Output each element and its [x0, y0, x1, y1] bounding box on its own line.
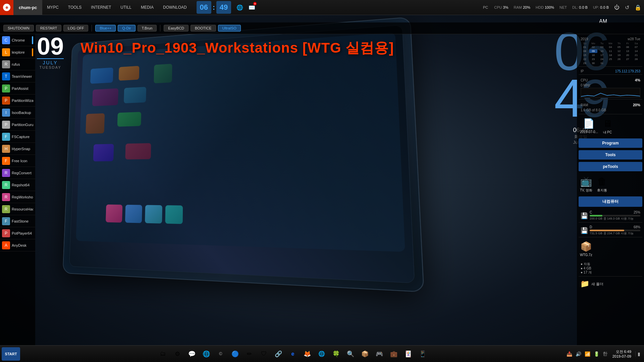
logo-button[interactable]: ⊕: [0, 0, 13, 15]
sidebar-item-regshot64[interactable]: RRegshot64: [0, 179, 35, 191]
tab-ultraiso[interactable]: UltraISO: [218, 25, 241, 32]
rp-icon-wtg[interactable]: 📦 WTG.7z: [579, 240, 594, 258]
sidebar-item-partitionwizard[interactable]: PPartitionWizard: [0, 95, 35, 107]
taskbar-browser1[interactable]: 🌐: [200, 347, 213, 361]
cal-day-05[interactable]: 05: [615, 45, 623, 49]
rp-icon-recycle[interactable]: 🗑 휴지통: [596, 175, 608, 194]
refresh-icon[interactable]: ↺: [622, 0, 632, 15]
cal-day-24[interactable]: 24: [598, 57, 606, 61]
taskbar-chat[interactable]: 💬: [185, 347, 199, 361]
tab-tbrun[interactable]: T.Brun: [138, 25, 157, 32]
nav-download[interactable]: DOWNLOAD: [158, 0, 192, 15]
cal-day-25[interactable]: 25: [606, 57, 615, 61]
taskbar-briefcase[interactable]: 💼: [387, 347, 400, 361]
sidebar-item-chrome[interactable]: CChrome: [0, 34, 35, 46]
taskbar-mobile[interactable]: 📱: [416, 347, 429, 361]
cal-day-09[interactable]: 09: [589, 49, 598, 53]
restart-btn[interactable]: RESTART: [36, 25, 61, 32]
cal-day-01[interactable]: 01: [581, 45, 589, 49]
tab-qdir[interactable]: Q-Dir: [118, 25, 135, 32]
cal-day-15[interactable]: 15: [581, 53, 589, 57]
tab-easybcd[interactable]: EasyBCD: [164, 25, 189, 32]
nav-internet[interactable]: INTERNET: [86, 0, 116, 15]
power-icon[interactable]: ⏻: [611, 0, 622, 15]
nav-media[interactable]: MEDIA: [136, 0, 158, 15]
cal-day-31[interactable]: 31: [598, 61, 606, 65]
rp-new-folder[interactable]: 📁 새 폴더: [579, 278, 642, 290]
show-desktop-btn[interactable]: ▮: [635, 351, 642, 357]
sidebar-item-regworkshop[interactable]: RRegWorkshop: [0, 191, 35, 203]
start-button[interactable]: START: [2, 347, 20, 361]
sidebar-item-rufus[interactable]: Rrufus: [0, 58, 35, 70]
cal-day-27[interactable]: 27: [624, 57, 632, 61]
cal-day-06[interactable]: 06: [624, 45, 632, 49]
cal-day-03[interactable]: 03: [598, 45, 606, 49]
taskbar-ie[interactable]: e: [286, 347, 300, 361]
cal-day-08[interactable]: 08: [581, 49, 589, 53]
taskbar-folder[interactable]: 🗂: [156, 347, 170, 361]
taskbar-firefox[interactable]: 🦊: [301, 347, 314, 361]
cal-day-26[interactable]: 26: [615, 57, 623, 61]
sidebar-item-isoobackup[interactable]: IIsooBackup: [0, 107, 35, 119]
sidebar-item-regconvert[interactable]: RRegConvert: [0, 167, 35, 179]
sidebar-item-faststone[interactable]: FFastStone: [0, 215, 35, 227]
tray-icon-battery[interactable]: 🔋: [593, 351, 600, 357]
sidebar-item-lexplore[interactable]: Llexplore: [0, 46, 35, 58]
tab-bootice[interactable]: BOOTICE: [191, 25, 216, 32]
sidebar-item-fscapture[interactable]: FFSCapture: [0, 131, 35, 143]
cal-day-23[interactable]: 23: [589, 57, 598, 61]
tools-button[interactable]: Tools: [579, 150, 642, 160]
cal-day-30[interactable]: 30: [589, 61, 598, 65]
sidebar-item-teamviewer[interactable]: TTeamViewer: [0, 70, 35, 82]
tray-icon-input[interactable]: 한: [602, 351, 608, 357]
cal-day-29[interactable]: 29: [581, 61, 589, 65]
cal-day-16[interactable]: 16: [589, 53, 598, 57]
taskbar-pen[interactable]: ✏: [243, 347, 256, 361]
taskbar-settings[interactable]: ⚙: [171, 347, 184, 361]
nav-utill[interactable]: UTILL: [116, 0, 136, 15]
cal-day-11[interactable]: 11: [606, 49, 615, 53]
taskbar-clover[interactable]: 🍀: [329, 347, 343, 361]
rp-icon-doc[interactable]: 📄 2019-07-0...: [579, 117, 599, 136]
sidebar-item-potplayer64[interactable]: PPotPlayer64: [0, 227, 35, 239]
cal-day-17[interactable]: 17: [598, 53, 606, 57]
cal-day-19[interactable]: 19: [615, 53, 623, 57]
taskbar-game[interactable]: 🎮: [373, 347, 386, 361]
taskbar-c[interactable]: ©: [214, 347, 227, 361]
cal-day-07[interactable]: 07: [632, 45, 640, 49]
cal-day-14[interactable]: 14: [632, 49, 640, 53]
sidebar-item-partitionguru[interactable]: PPartitionGuru: [0, 119, 35, 131]
globe-icon[interactable]: 🌐: [234, 0, 246, 15]
mail-icon[interactable]: ✉️ ●: [246, 0, 258, 15]
cal-day-13[interactable]: 13: [624, 49, 632, 53]
lock-icon[interactable]: 🔒: [632, 0, 644, 15]
petools-button[interactable]: peTools: [579, 162, 642, 171]
taskbar-chrome[interactable]: 🌐: [315, 347, 328, 361]
cal-day-22[interactable]: 22: [581, 57, 589, 61]
cal-day-10[interactable]: 10: [598, 49, 606, 53]
cal-day-28[interactable]: 28: [632, 57, 640, 61]
taskbar-link[interactable]: 🔗: [272, 347, 285, 361]
taskbar-shield[interactable]: 🛡: [257, 347, 271, 361]
cal-day-12[interactable]: 12: [615, 49, 623, 53]
tray-icon-2[interactable]: 🔊: [575, 351, 582, 357]
rp-icon-tv[interactable]: 📺 TV, 영화: [579, 175, 594, 194]
tray-icon-network[interactable]: 📶: [584, 351, 591, 357]
taskbar-search[interactable]: 🔍: [344, 347, 357, 361]
nav-mypc[interactable]: MYPC: [42, 0, 63, 15]
sidebar-item-resourcehacker[interactable]: RResourceHacker: [0, 203, 35, 215]
nav-tools[interactable]: TOOLS: [63, 0, 86, 15]
tray-icon-1[interactable]: 📥: [566, 351, 573, 357]
cal-day-04[interactable]: 04: [606, 45, 615, 49]
cal-day-21[interactable]: 21: [632, 53, 640, 57]
sidebar-item-hypersnap[interactable]: HHyperSnap: [0, 143, 35, 155]
cal-day-20[interactable]: 20: [624, 53, 632, 57]
taskbar-card[interactable]: 🃏: [401, 347, 415, 361]
cal-day-02[interactable]: 02: [589, 45, 598, 49]
rp-icon-mypc[interactable]: 🖥 내 PC: [601, 117, 613, 136]
program-button[interactable]: Program: [579, 138, 642, 148]
taskbar-archive[interactable]: 📦: [358, 347, 372, 361]
mycomputer-button[interactable]: 내컴퓨터: [579, 196, 642, 207]
shutdown-btn[interactable]: SHUTDOWN: [3, 25, 34, 32]
tab-blueplus[interactable]: Blue++: [95, 25, 116, 32]
